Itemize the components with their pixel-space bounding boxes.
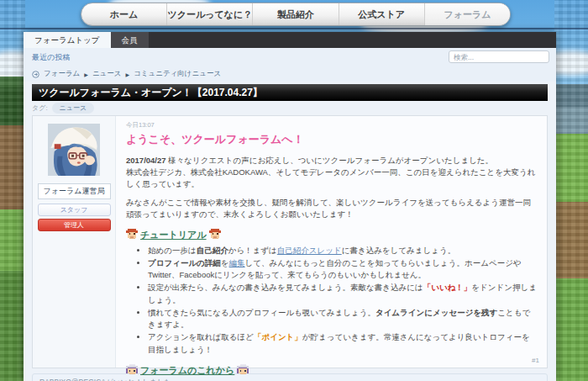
nav-products[interactable]: 製品紹介: [252, 3, 338, 25]
thread-title: ツクールフォーラム・オープン！【2017.04.27】: [32, 84, 548, 101]
forum-tabstrip: フォーラムトップ 会員: [24, 32, 556, 48]
tag-label: タグ:: [32, 103, 48, 113]
breadcrumb: フォーラム ▶ ニュース ▶ コミュニティ向けニュース: [24, 66, 556, 82]
post-timestamp[interactable]: 今日13:07: [126, 120, 537, 130]
breadcrumb-separator: ▶: [84, 71, 88, 77]
paragraph-1: 2017/04/27 様々なリクエストの声にお応えし、ついにツクールフォーラムが…: [126, 155, 537, 191]
post-number[interactable]: #1: [532, 357, 539, 364]
text: から！まずは: [228, 246, 277, 255]
text: を: [221, 258, 229, 267]
breadcrumb-news[interactable]: ニュース: [92, 69, 122, 79]
paragraph-2: みなさんがここで情報や素材を交換し、疑問を解消して、楽しいツクールライフを送って…: [126, 197, 537, 221]
point-highlight: 「ポイント」: [254, 332, 302, 341]
text: アクションを取れば取るほど: [148, 332, 254, 341]
breadcrumb-separator: ▶: [126, 71, 130, 77]
bold-text: プロフィールの詳細: [148, 258, 221, 267]
intro-thread-link[interactable]: 自己紹介スレッド: [277, 246, 342, 255]
nav-official-store[interactable]: 公式ストア: [339, 3, 424, 25]
post-body: 今日13:07 ようこそ、ツクールフォーラムへ！ 2017/04/27 様々なリ…: [116, 116, 547, 368]
breadcrumb-community-news[interactable]: コミュニティ向けニュース: [134, 69, 221, 79]
edit-profile-link[interactable]: 編集: [229, 258, 245, 267]
p1-line2: 株式会社デジカ、株式会社KADOKAWA、そしてモデレータのメンバー一同、この日…: [126, 167, 535, 188]
like-highlight: 「いいね！」: [423, 283, 472, 292]
tutorial-bullet-4: 慣れてきたら気になる人のプロフィールも覗いてみましょう。タイムラインにメッセージ…: [148, 307, 537, 331]
tutorial-bullet-2: プロフィールの詳細を編集して、みんなにもっと自分のことを知ってもらいましょう。ホ…: [148, 257, 537, 282]
post-1: フォーラム運営局 スタッフ 管理人 今日13:07 ようこそ、ツクールフォーラム…: [32, 115, 548, 368]
tutorial-section-head: チュートリアル: [126, 228, 537, 242]
author-avatar[interactable]: [48, 124, 100, 176]
nav-home[interactable]: ホーム: [81, 3, 166, 25]
text: に書き込みをしてみましょう。: [342, 246, 455, 255]
hero-sprite-icon: [209, 229, 221, 241]
text: 始めの一歩は: [148, 246, 197, 255]
staff-badge: スタッフ: [38, 204, 111, 216]
future-section-head: フォーラムのこれから: [126, 363, 537, 378]
tutorial-bullet-1: 始めの一歩は自己紹介から！まずは自己紹介スレッドに書き込みをしてみましょう。: [148, 245, 537, 257]
screen: ホーム ツクールってなに？ 製品紹介 公式ストア フォーラム フォーラムトップ …: [0, 0, 588, 381]
tutorial-bullet-5: アクションを取れば取るほど「ポイント」が貯まっていきます。常連さんになってより良…: [148, 331, 537, 356]
admin-badge: 管理人: [38, 219, 111, 231]
p2-text: みなさんがここで情報や素材を交換し、疑問を解消して、楽しいツクールライフを送って…: [126, 198, 531, 219]
header-divider: [0, 28, 588, 29]
bold-text: 自己紹介: [197, 246, 228, 255]
breadcrumb-forum[interactable]: フォーラム: [44, 69, 80, 79]
forum-breadcrumb-icon: [32, 71, 39, 78]
witch-sprite-icon: [126, 364, 138, 376]
tutorial-bullet-3: 設定が出来たら、みんなの書き込みを見てみましょう。素敵な書き込みには「いいね！」…: [148, 282, 537, 306]
p1-text: 様々なリクエストの声にお応えし、ついにツクールフォーラムがオープンいたしました。: [166, 156, 494, 165]
author-name[interactable]: フォーラム運営局: [38, 183, 111, 199]
site-navbar: ホーム ツクールってなに？ 製品紹介 公式ストア フォーラム: [81, 3, 511, 26]
search-input[interactable]: [449, 50, 549, 63]
tutorial-link[interactable]: チュートリアル: [140, 228, 207, 242]
nav-what-is-tkool[interactable]: ツクールってなに？: [166, 3, 252, 25]
nav-forum[interactable]: フォーラム: [424, 3, 510, 25]
text: 設定が出来たら、みんなの書き込みを見てみましょう。素敵な書き込みには: [148, 283, 423, 292]
post-author-panel: フォーラム運営局 スタッフ 管理人: [33, 116, 116, 368]
recent-posts-link[interactable]: 最近の投稿: [32, 52, 70, 63]
game-map-right: [554, 0, 588, 381]
tag-news[interactable]: ニュース: [52, 103, 95, 114]
hero-sprite-icon: [126, 229, 138, 241]
tag-row: タグ: ニュース: [32, 101, 548, 115]
tab-members[interactable]: 会員: [111, 32, 149, 48]
date-bold: 2017/04/27: [126, 156, 166, 165]
forum-toolbar: 最近の投稿: [24, 48, 556, 66]
text: 慣れてきたら気になる人のプロフィールも覗いてみましょう。: [148, 308, 375, 317]
future-link[interactable]: フォーラムのこれから: [140, 363, 234, 378]
post-heading: ようこそ、ツクールフォーラムへ！: [126, 131, 537, 148]
witch-sprite-icon: [237, 364, 249, 376]
forum-page: フォーラムトップ 会員 最近の投稿 フォーラム ▶ ニュース ▶ コミュニティ向…: [24, 32, 556, 381]
bold-text: タイムラインにメッセージを残す: [375, 308, 497, 317]
tab-forum-top[interactable]: フォーラムトップ: [24, 32, 111, 48]
tutorial-bullets: 始めの一歩は自己紹介から！まずは自己紹介スレッドに書き込みをしてみましょう。 プ…: [148, 245, 537, 356]
game-map-left: [0, 0, 25, 381]
